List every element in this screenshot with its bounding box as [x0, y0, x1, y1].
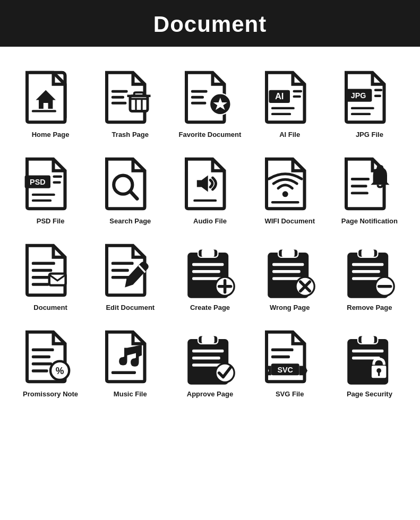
- promissory-note-icon: %: [21, 327, 80, 386]
- svg-rect-47: [49, 273, 66, 285]
- svg-rect-11: [191, 90, 208, 93]
- favorite-document-label: Favorite Document: [179, 131, 242, 140]
- svg-rect-27: [351, 113, 371, 115]
- svg-rect-103: [352, 349, 383, 352]
- svg-rect-81: [32, 355, 50, 358]
- svg-rect-21: [271, 113, 290, 115]
- svg-text:SVC: SVC: [277, 365, 293, 374]
- icon-cell-favorite-document: Favorite Document: [170, 63, 250, 149]
- icon-cell-document: Document: [11, 236, 90, 322]
- svg-file-label: SVG File: [276, 390, 304, 399]
- svg-rect-95: [271, 355, 289, 358]
- home-page-icon: [21, 68, 80, 126]
- create-page-icon: [181, 241, 239, 299]
- icon-cell-home-page: Home Page: [11, 63, 90, 149]
- icon-cell-trash-page: Trash Page: [90, 63, 170, 149]
- svg-rect-20: [271, 107, 294, 109]
- psd-file-icon: PSD: [21, 154, 80, 213]
- svg-rect-80: [32, 348, 54, 351]
- wifi-document-icon: [261, 154, 319, 213]
- svg-rect-91: [192, 357, 220, 360]
- icon-cell-wrong-page: Wrong Page: [250, 236, 330, 322]
- icon-cell-edit-document: Edit Document: [90, 236, 170, 322]
- psd-file-label: PSD File: [37, 217, 65, 226]
- svg-rect-12: [191, 96, 204, 99]
- svg-rect-65: [281, 249, 294, 257]
- svg-rect-102: [361, 335, 374, 343]
- svg-rect-33: [32, 200, 52, 202]
- ai-file-icon: AI: [261, 68, 319, 126]
- icon-cell-search-page: Search Page: [90, 149, 170, 236]
- svg-rect-57: [192, 263, 224, 266]
- icon-grid: Home Page Trash Page: [0, 47, 420, 419]
- svg-rect-18: [293, 90, 302, 92]
- svg-rect-24: [374, 89, 382, 91]
- svg-rect-39: [271, 201, 299, 203]
- icon-cell-promissory-note: % Promissory Note: [11, 322, 90, 409]
- svg-text:AI: AI: [275, 91, 284, 101]
- svg-rect-42: [351, 192, 368, 194]
- svg-rect-46: [32, 283, 49, 286]
- icon-cell-remove-page: Remove Page: [330, 236, 409, 322]
- svg-rect-37: [194, 200, 217, 202]
- svg-rect-43: [32, 262, 55, 265]
- approve-page-icon: [181, 327, 239, 386]
- music-file-label: Music File: [114, 390, 147, 399]
- svg-rect-41: [351, 185, 367, 187]
- icon-cell-music-file: Music File: [90, 322, 170, 409]
- svg-rect-5: [112, 102, 127, 105]
- svg-rect-89: [202, 335, 215, 343]
- document-label: Document: [33, 304, 67, 313]
- page-notification-label: Page Notification: [341, 217, 398, 226]
- wrong-page-icon: [261, 241, 319, 299]
- svg-rect-3: [112, 90, 128, 93]
- svg-rect-83: [32, 369, 48, 372]
- wifi-document-label: WIFI Document: [264, 217, 315, 226]
- svg-rect-31: [53, 181, 61, 183]
- jpg-file-icon: JPG: [340, 68, 399, 126]
- svg-text:JPG: JPG: [351, 91, 366, 100]
- icon-cell-page-security: Page Security: [330, 322, 409, 409]
- svg-rect-19: [293, 96, 301, 98]
- svg-rect-90: [192, 349, 224, 352]
- trash-page-icon: [101, 68, 159, 126]
- icon-cell-page-notification: Page Notification: [330, 149, 409, 236]
- edit-document-icon: [101, 241, 159, 299]
- svg-rect-66: [272, 263, 304, 266]
- icon-cell-create-page: Create Page: [170, 236, 250, 322]
- svg-rect-86: [112, 371, 136, 374]
- page-security-label: Page Security: [347, 390, 392, 399]
- audio-file-label: Audio File: [193, 217, 227, 226]
- remove-page-label: Remove Page: [347, 304, 392, 313]
- svg-rect-94: [271, 348, 293, 351]
- svg-rect-48: [112, 262, 134, 265]
- music-file-icon: [101, 327, 159, 386]
- svg-rect-67: [272, 270, 301, 273]
- favorite-document-icon: [181, 68, 239, 126]
- home-page-label: Home Page: [32, 131, 70, 140]
- svg-rect-56: [202, 249, 215, 257]
- page-notification-icon: [340, 154, 399, 213]
- svg-text:%: %: [56, 366, 64, 376]
- audio-file-icon: [181, 154, 239, 213]
- svg-rect-2: [32, 110, 56, 112]
- svg-rect-74: [361, 249, 374, 257]
- remove-page-icon: [340, 241, 399, 299]
- icon-cell-ai-file: AI AI File: [250, 63, 330, 149]
- page-title: Document: [0, 0, 420, 47]
- page-security-icon: [340, 327, 399, 386]
- svg-rect-32: [32, 194, 55, 196]
- svg-rect-82: [32, 362, 53, 366]
- svg-file-icon: SVC: [261, 327, 319, 386]
- svg-rect-76: [352, 270, 380, 273]
- svg-rect-40: [351, 178, 370, 180]
- svg-rect-75: [352, 263, 383, 266]
- search-page-label: Search Page: [109, 217, 151, 226]
- svg-rect-30: [53, 175, 62, 177]
- trash-page-label: Trash Page: [112, 131, 149, 140]
- jpg-file-label: JPG File: [356, 131, 383, 140]
- svg-rect-25: [374, 95, 381, 97]
- icon-cell-approve-page: Approve Page: [170, 322, 250, 409]
- icon-cell-audio-file: Audio File: [170, 149, 250, 236]
- promissory-note-label: Promissory Note: [23, 390, 78, 399]
